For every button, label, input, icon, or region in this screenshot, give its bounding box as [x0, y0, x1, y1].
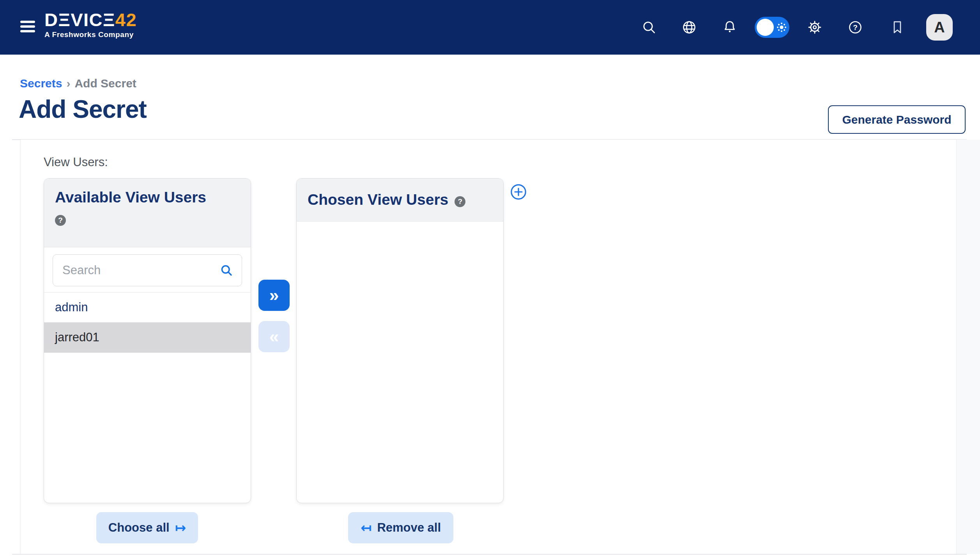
card-right-margin	[957, 140, 980, 554]
page-title: Add Secret	[19, 95, 147, 124]
available-search-input[interactable]	[53, 254, 242, 286]
avatar-letter: A	[934, 19, 945, 36]
user-avatar[interactable]: A	[926, 14, 953, 41]
available-search-icon[interactable]	[219, 263, 234, 277]
arrow-from-bar-left-icon: ↤	[361, 521, 372, 534]
remove-all-label: Remove all	[377, 521, 441, 535]
breadcrumb-current: Add Secret	[74, 77, 136, 90]
bookmark-icon[interactable]	[890, 20, 905, 35]
chosen-panel-title: Chosen View Users	[308, 191, 448, 209]
brand-logo[interactable]: DΞVICΞ42 A Freshworks Company	[44, 10, 137, 39]
search-icon[interactable]	[641, 20, 657, 35]
help-icon[interactable]: ?	[847, 20, 863, 35]
chosen-help-icon[interactable]: ?	[455, 196, 465, 207]
add-user-plus-icon[interactable]	[510, 183, 527, 200]
choose-all-button[interactable]: Choose all ↦	[96, 512, 198, 543]
list-item[interactable]: admin	[44, 293, 251, 323]
available-search-section	[44, 247, 251, 293]
breadcrumb-link-secrets[interactable]: Secrets	[20, 77, 62, 90]
move-right-button[interactable]: »	[258, 280, 290, 311]
globe-icon[interactable]	[681, 20, 697, 35]
brand-wordmark: DΞVICΞ42	[44, 10, 137, 29]
remove-all-button[interactable]: ↤ Remove all	[348, 512, 453, 543]
arrow-from-bar-right-icon: ↦	[175, 521, 186, 534]
svg-text:?: ?	[853, 23, 858, 32]
choose-all-label: Choose all	[108, 521, 170, 535]
move-left-button[interactable]: «	[258, 321, 290, 352]
available-panel-header: Available View Users ?	[44, 179, 251, 247]
available-view-users-panel: Available View Users ? admin jarred01	[44, 178, 251, 503]
view-users-label: View Users:	[44, 155, 108, 169]
content-bottom-divider	[12, 554, 967, 555]
breadcrumb: Secrets › Add Secret	[20, 77, 136, 90]
chosen-view-users-panel: Chosen View Users ?	[296, 178, 504, 503]
double-chevron-right-icon: »	[269, 287, 279, 304]
list-item[interactable]: jarred01	[44, 323, 251, 353]
breadcrumb-separator: ›	[66, 77, 70, 90]
chosen-panel-header: Chosen View Users ?	[297, 179, 503, 222]
available-help-icon[interactable]: ?	[55, 215, 66, 226]
double-chevron-left-icon: «	[269, 328, 279, 345]
settings-gear-icon[interactable]	[807, 20, 823, 35]
menu-icon[interactable]	[20, 21, 35, 32]
toggle-knob	[757, 19, 774, 36]
brand-tagline: A Freshworks Company	[44, 30, 137, 39]
generate-password-button[interactable]: Generate Password	[828, 105, 966, 134]
available-panel-title: Available View Users	[55, 189, 241, 206]
sun-icon	[777, 22, 787, 32]
theme-toggle[interactable]	[755, 17, 789, 38]
notifications-bell-icon[interactable]	[722, 20, 738, 35]
top-navbar: DΞVICΞ42 A Freshworks Company	[0, 0, 980, 55]
